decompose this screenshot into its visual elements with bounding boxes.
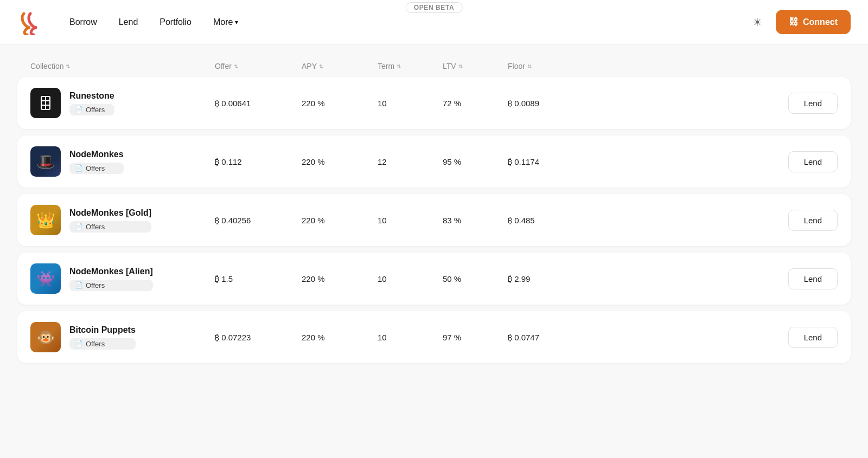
ltv-value: 72 % — [443, 99, 508, 108]
floor-value: ₿ 0.485 — [508, 216, 605, 225]
floor-value: ₿ 0.0089 — [508, 99, 605, 108]
action-cell: Lend — [605, 327, 838, 348]
col-offer[interactable]: Offer ⇅ — [215, 62, 302, 70]
sort-icon-ltv: ⇅ — [458, 63, 463, 69]
header-right: ☀ ⛓ Connect — [748, 10, 851, 34]
apy-value: 220 % — [302, 333, 378, 342]
collection-cell: 👑 NodeMonkes [Gold] 📄 Offers — [30, 205, 215, 235]
floor-value: ₿ 0.1174 — [508, 157, 605, 166]
lend-button[interactable]: Lend — [788, 210, 838, 231]
table-row: 👑 NodeMonkes [Gold] 📄 Offers ₿ 0.40256 2… — [17, 194, 851, 246]
collection-info: Bitcoin Puppets 📄 Offers — [69, 325, 136, 350]
offers-label: Offers — [86, 164, 105, 172]
link-icon: ⛓ — [789, 16, 799, 28]
collection-info: Runestone 📄 Offers — [69, 91, 114, 115]
collection-info: NodeMonkes 📄 Offers — [69, 150, 124, 174]
ltv-value: 97 % — [443, 333, 508, 342]
lend-button[interactable]: Lend — [788, 151, 838, 172]
floor-value: ₿ 2.99 — [508, 274, 605, 283]
lend-button[interactable]: Lend — [788, 268, 838, 289]
nft-thumbnail — [30, 88, 61, 118]
offers-badge[interactable]: 📄 Offers — [69, 163, 124, 174]
sort-icon-term: ⇅ — [397, 63, 401, 69]
lend-button[interactable]: Lend — [788, 327, 838, 348]
action-cell: Lend — [605, 210, 838, 231]
offer-value: ₿ 1.5 — [215, 274, 302, 283]
table-header: Collection ⇅ Offer ⇅ APY ⇅ Term ⇅ LTV ⇅ … — [17, 62, 851, 77]
apy-value: 220 % — [302, 99, 378, 108]
offers-badge[interactable]: 📄 Offers — [69, 280, 153, 291]
apy-value: 220 % — [302, 274, 378, 283]
theme-toggle[interactable]: ☀ — [748, 12, 767, 32]
connect-button[interactable]: ⛓ Connect — [776, 10, 851, 34]
term-value: 10 — [378, 333, 443, 342]
collection-name: NodeMonkes — [69, 150, 124, 159]
col-floor[interactable]: Floor ⇅ — [508, 62, 605, 70]
nft-thumbnail: 🐵 — [30, 322, 61, 352]
col-collection[interactable]: Collection ⇅ — [30, 62, 215, 70]
offers-badge[interactable]: 📄 Offers — [69, 221, 151, 233]
term-value: 10 — [378, 216, 443, 225]
collection-cell: Runestone 📄 Offers — [30, 88, 215, 118]
sort-icon-apy: ⇅ — [319, 63, 323, 69]
collection-info: NodeMonkes [Alien] 📄 Offers — [69, 267, 153, 291]
beta-badge: OPEN BETA — [406, 2, 463, 13]
table-row: 👾 NodeMonkes [Alien] 📄 Offers ₿ 1.5 220 … — [17, 253, 851, 305]
nav-borrow[interactable]: Borrow — [61, 13, 106, 31]
table-row: 🎩 NodeMonkes 📄 Offers ₿ 0.112 220 % 12 9… — [17, 136, 851, 188]
collection-cell: 👾 NodeMonkes [Alien] 📄 Offers — [30, 263, 215, 294]
col-ltv[interactable]: LTV ⇅ — [443, 62, 508, 70]
nav: Borrow Lend Portfolio More ▾ — [61, 13, 748, 31]
action-cell: Lend — [605, 151, 838, 172]
nft-thumbnail: 👑 — [30, 205, 61, 235]
col-apy[interactable]: APY ⇅ — [302, 62, 378, 70]
offers-badge[interactable]: 📄 Offers — [69, 104, 114, 115]
sort-icon-floor: ⇅ — [527, 63, 532, 69]
lend-button[interactable]: Lend — [788, 93, 838, 114]
offer-value: ₿ 0.112 — [215, 157, 302, 166]
action-cell: Lend — [605, 93, 838, 114]
document-icon: 📄 — [75, 164, 83, 172]
chevron-down-icon: ▾ — [235, 18, 238, 26]
term-value: 10 — [378, 99, 443, 108]
ltv-value: 95 % — [443, 157, 508, 166]
logo[interactable] — [17, 9, 43, 35]
offer-value: ₿ 0.07223 — [215, 333, 302, 342]
nav-portfolio[interactable]: Portfolio — [151, 13, 200, 31]
document-icon: 📄 — [75, 281, 83, 289]
offers-label: Offers — [86, 223, 105, 231]
term-value: 12 — [378, 157, 443, 166]
offers-label: Offers — [86, 340, 105, 348]
col-term[interactable]: Term ⇅ — [378, 62, 443, 70]
ltv-value: 50 % — [443, 274, 508, 283]
apy-value: 220 % — [302, 216, 378, 225]
offers-label: Offers — [86, 106, 105, 114]
collection-name: NodeMonkes [Gold] — [69, 208, 151, 218]
offer-value: ₿ 0.00641 — [215, 99, 302, 108]
offers-label: Offers — [86, 281, 105, 289]
nft-thumbnail: 🎩 — [30, 146, 61, 177]
offer-value: ₿ 0.40256 — [215, 216, 302, 225]
action-cell: Lend — [605, 268, 838, 289]
collection-name: Runestone — [69, 91, 114, 101]
collection-name: NodeMonkes [Alien] — [69, 267, 153, 276]
term-value: 10 — [378, 274, 443, 283]
table-row: 🐵 Bitcoin Puppets 📄 Offers ₿ 0.07223 220… — [17, 311, 851, 363]
collection-cell: 🎩 NodeMonkes 📄 Offers — [30, 146, 215, 177]
nft-thumbnail: 👾 — [30, 263, 61, 294]
document-icon: 📄 — [75, 223, 83, 230]
nav-lend[interactable]: Lend — [110, 13, 147, 31]
table-row: Runestone 📄 Offers ₿ 0.00641 220 % 10 72… — [17, 77, 851, 129]
apy-value: 220 % — [302, 157, 378, 166]
sort-icon-offer: ⇅ — [234, 63, 238, 69]
collection-name: Bitcoin Puppets — [69, 325, 136, 335]
main-content: Collection ⇅ Offer ⇅ APY ⇅ Term ⇅ LTV ⇅ … — [0, 44, 868, 363]
sun-icon: ☀ — [752, 16, 762, 29]
floor-value: ₿ 0.0747 — [508, 333, 605, 342]
nav-more[interactable]: More ▾ — [205, 13, 247, 31]
document-icon: 📄 — [75, 340, 83, 347]
document-icon: 📄 — [75, 106, 83, 113]
offers-badge[interactable]: 📄 Offers — [69, 338, 136, 350]
table-body: Runestone 📄 Offers ₿ 0.00641 220 % 10 72… — [17, 77, 851, 363]
collection-info: NodeMonkes [Gold] 📄 Offers — [69, 208, 151, 233]
